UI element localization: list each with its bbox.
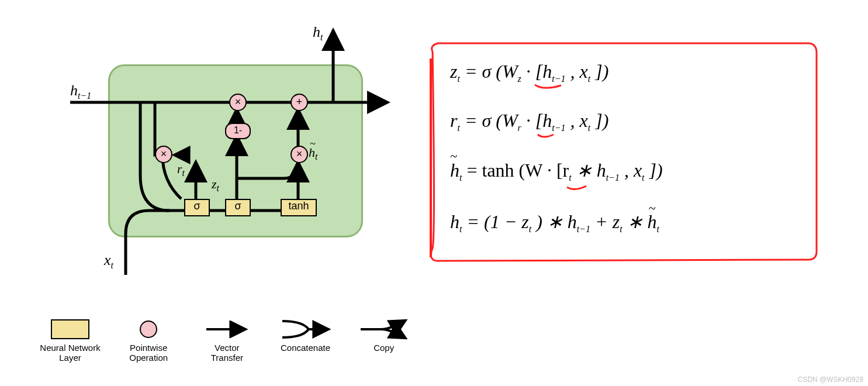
legend-item-vector: Vector Transfer [192,316,262,363]
legend-label-pointwise: Pointwise Operation [113,343,184,363]
equation-r: rt = σ (Wr · [ht−1 , xt ]) [450,110,608,133]
label-z-t: zt [212,177,219,194]
legend: Neural Network Layer Pointwise Operation… [35,316,425,363]
legend-item-concat: Concatenate [271,316,341,353]
label-h-tilde: ~ ht [309,145,317,162]
label-r-t: rt [177,161,185,178]
copy-icon [358,318,410,341]
legend-label-layer: Neural Network Layer [35,343,105,363]
legend-item-layer: Neural Network Layer [35,316,105,363]
gate-sigma-update: σ [225,199,251,216]
equation-box: zt = σ (Wz · [ht−1 , xt ]) rt = σ (Wr · … [424,35,821,257]
watermark: CSDN @WSKH0929 [798,375,863,384]
legend-item-copy: Copy [349,316,419,353]
equation-z: zt = σ (Wz · [ht−1 , xt ]) [450,61,608,84]
op-one-minus: 1- [225,123,251,139]
op-multiply-reset: × [155,146,172,163]
concat-icon [279,318,332,341]
gate-sigma-reset: σ [184,199,210,216]
legend-label-copy: Copy [349,343,419,353]
label-h-out: ht [313,23,323,43]
equation-h-tilde: ~ ht = tanh (W · [rt ∗ ht−1 , xt ]) [450,159,663,183]
op-add-output: + [291,94,308,111]
op-multiply-update: × [229,94,247,111]
equation-h: ht = (1 − zt ) ∗ ht−1 + zt ∗ ~ht [450,211,659,235]
legend-label-concat: Concatenate [271,343,341,353]
legend-item-pointwise: Pointwise Operation [113,316,184,363]
label-h-prev: ht−1 [70,82,91,101]
label-x-in: xt [104,251,113,271]
legend-label-vector: Vector Transfer [192,343,262,363]
op-multiply-candidate: × [291,146,308,163]
gate-tanh: tanh [281,199,317,216]
arrow-icon [203,320,250,338]
